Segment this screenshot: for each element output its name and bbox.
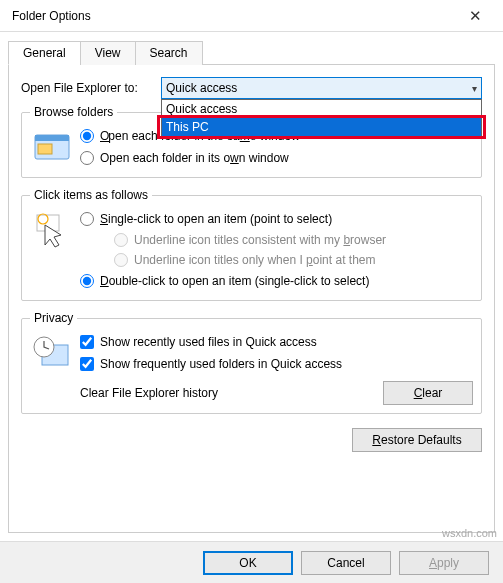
open-explorer-dropdown: Quick access This PC (161, 99, 482, 137)
radio-underline-browser (114, 233, 128, 247)
radio-double-click[interactable] (80, 274, 94, 288)
combo-selected-value: Quick access (166, 81, 237, 95)
tab-strip: General View Search (8, 40, 495, 65)
check-recent-files-label: Show recently used files in Quick access (100, 335, 317, 349)
restore-defaults-button[interactable]: Restore Defaults (352, 428, 482, 452)
tab-search[interactable]: Search (135, 41, 203, 65)
close-icon[interactable]: ✕ (455, 7, 495, 25)
group-click-items: Click items as follows Single-click to o… (21, 188, 482, 301)
watermark-text: wsxdn.com (442, 527, 497, 539)
history-clock-icon (30, 331, 74, 375)
clear-history-label: Clear File Explorer history (80, 386, 218, 400)
open-explorer-combo[interactable]: Quick access ▾ Quick access This PC (161, 77, 482, 99)
dropdown-item-this-pc[interactable]: This PC (162, 118, 481, 136)
check-recent-files[interactable] (80, 335, 94, 349)
window-title: Folder Options (12, 9, 455, 23)
radio-single-click-label: Single-click to open an item (point to s… (100, 212, 332, 226)
dropdown-item-quick-access[interactable]: Quick access (162, 100, 481, 118)
open-explorer-label: Open File Explorer to: (21, 81, 161, 95)
svg-rect-2 (38, 144, 52, 154)
group-browse-legend: Browse folders (30, 105, 117, 119)
radio-own-window[interactable] (80, 151, 94, 165)
tab-general[interactable]: General (8, 41, 81, 65)
folder-window-icon (30, 125, 74, 169)
radio-underline-point (114, 253, 128, 267)
title-bar: Folder Options ✕ (0, 0, 503, 32)
radio-double-click-label: Double-click to open an item (single-cli… (100, 274, 369, 288)
group-click-legend: Click items as follows (30, 188, 152, 202)
radio-underline-point-label: Underline icon titles only when I point … (134, 253, 375, 267)
apply-button[interactable]: Apply (399, 551, 489, 575)
dialog-button-row: OK Cancel Apply (0, 541, 503, 583)
group-privacy-legend: Privacy (30, 311, 77, 325)
group-privacy: Privacy Show recently used files in Quic… (21, 311, 482, 414)
radio-single-click[interactable] (80, 212, 94, 226)
cursor-click-icon (30, 208, 74, 252)
radio-same-window[interactable] (80, 129, 94, 143)
clear-button[interactable]: Clear (383, 381, 473, 405)
ok-button[interactable]: OK (203, 551, 293, 575)
tab-view[interactable]: View (80, 41, 136, 65)
check-freq-folders[interactable] (80, 357, 94, 371)
tab-panel-general: Open File Explorer to: Quick access ▾ Qu… (8, 65, 495, 533)
check-freq-folders-label: Show frequently used folders in Quick ac… (100, 357, 342, 371)
radio-underline-browser-label: Underline icon titles consistent with my… (134, 233, 386, 247)
svg-rect-1 (35, 135, 69, 141)
cancel-button[interactable]: Cancel (301, 551, 391, 575)
radio-own-window-label: Open each folder in its own window (100, 151, 289, 165)
chevron-down-icon: ▾ (472, 83, 477, 94)
